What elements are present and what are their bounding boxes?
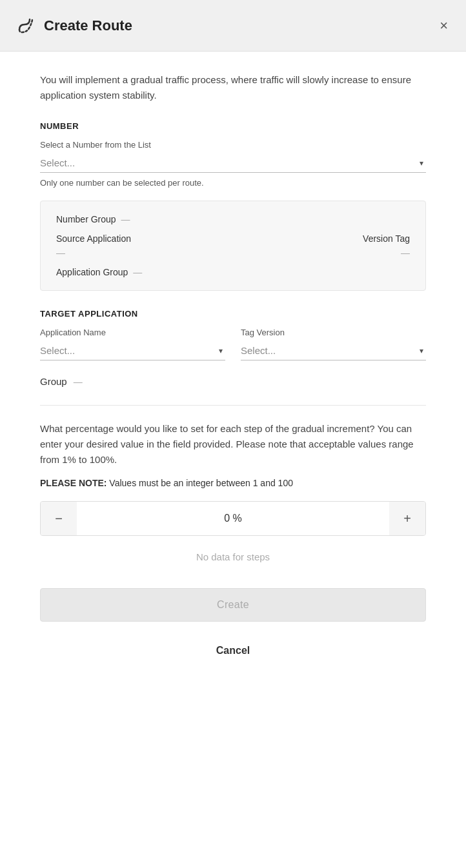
- version-tag-col: Version Tag —: [363, 233, 410, 258]
- group-row: Group —: [40, 376, 426, 387]
- source-version-split: Source Application — Version Tag —: [56, 233, 410, 258]
- number-hint-text: Only one number can be selected per rout…: [40, 178, 426, 188]
- number-field-label: Select a Number from the List: [40, 140, 426, 150]
- source-application-col: Source Application —: [56, 233, 131, 258]
- close-button[interactable]: ×: [437, 15, 451, 37]
- number-group-row: Number Group —: [56, 214, 410, 224]
- application-name-select[interactable]: Select...: [40, 341, 225, 360]
- modal-body: You will implement a gradual traffic pro…: [0, 52, 466, 868]
- application-group-label: Application Group —: [56, 267, 410, 277]
- group-label: Group: [40, 376, 67, 387]
- application-name-label: Application Name: [40, 328, 225, 337]
- group-value: —: [74, 377, 83, 387]
- please-note-text: Values must be an integer between 1 and …: [106, 478, 293, 488]
- modal-container: Create Route × You will implement a grad…: [0, 0, 466, 868]
- application-group-dash: —: [133, 267, 142, 277]
- close-icon: ×: [440, 17, 448, 34]
- stepper-value: 0 %: [77, 513, 389, 524]
- plus-icon: +: [403, 511, 411, 526]
- modal-title: Create Route: [44, 17, 132, 34]
- version-tag-value: —: [401, 248, 410, 258]
- percentage-text: What percentage would you like to set fo…: [40, 421, 426, 468]
- number-section-label: NUMBER: [40, 121, 426, 131]
- source-version-row: Source Application — Version Tag —: [56, 233, 410, 258]
- decrement-button[interactable]: −: [41, 502, 77, 535]
- info-card: Number Group — Source Application — Vers…: [40, 201, 426, 291]
- intro-text: You will implement a gradual traffic pro…: [40, 72, 426, 103]
- number-group-label: Number Group —: [56, 214, 410, 224]
- divider: [40, 405, 426, 406]
- application-group-row: Application Group —: [56, 267, 410, 277]
- application-name-select-wrapper[interactable]: Select... ▾: [40, 341, 225, 360]
- target-section: TARGET APPLICATION Application Name Sele…: [40, 309, 426, 387]
- tag-version-col: Tag Version Select... ▾: [241, 328, 426, 366]
- route-icon: [15, 15, 36, 36]
- minus-icon: −: [55, 511, 63, 526]
- no-data-text: No data for steps: [40, 546, 426, 567]
- source-application-value: —: [56, 248, 131, 258]
- please-note-label: PLEASE NOTE:: [40, 478, 106, 488]
- source-application-label: Source Application: [56, 233, 131, 244]
- tag-version-label: Tag Version: [241, 328, 426, 337]
- stepper: − 0 % +: [40, 501, 426, 536]
- version-tag-label: Version Tag: [363, 233, 410, 244]
- tag-version-select-wrapper[interactable]: Select... ▾: [241, 341, 426, 360]
- modal-header: Create Route ×: [0, 0, 466, 52]
- dual-select-row: Application Name Select... ▾ Tag Version…: [40, 328, 426, 366]
- number-select[interactable]: Select...: [40, 153, 426, 172]
- tag-version-select[interactable]: Select...: [241, 341, 426, 360]
- header-left: Create Route: [15, 15, 132, 36]
- increment-button[interactable]: +: [389, 502, 425, 535]
- number-group-dash: —: [121, 214, 130, 224]
- cancel-button[interactable]: Cancel: [40, 635, 426, 667]
- percentage-section: What percentage would you like to set fo…: [40, 421, 426, 567]
- number-select-wrapper[interactable]: Select... ▾: [40, 153, 426, 173]
- application-name-col: Application Name Select... ▾: [40, 328, 225, 366]
- create-button[interactable]: Create: [40, 588, 426, 622]
- target-section-label: TARGET APPLICATION: [40, 309, 426, 319]
- please-note: PLEASE NOTE: Values must be an integer b…: [40, 478, 426, 488]
